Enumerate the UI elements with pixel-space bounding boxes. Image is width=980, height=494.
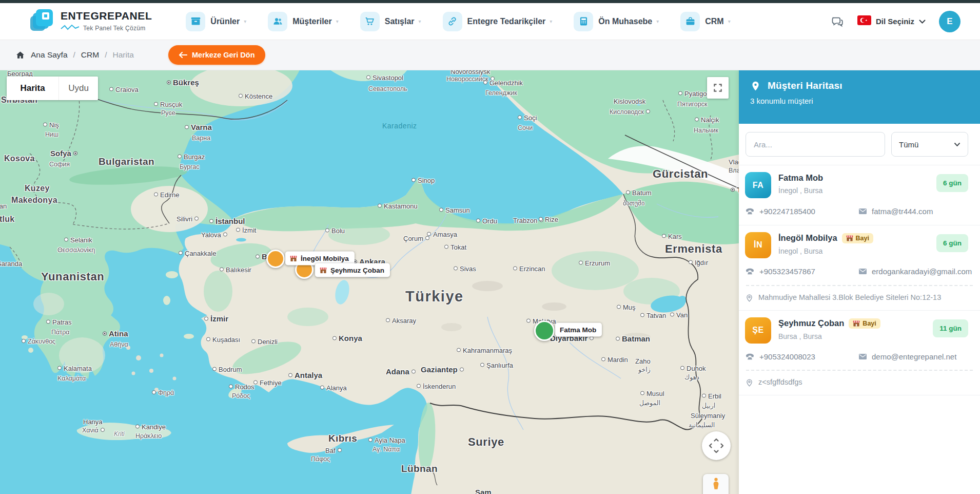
chevron-down-icon: [954, 142, 961, 147]
customer-location: Bursa , Bursa: [778, 332, 880, 340]
customer-list: FA Fatma Mob İnegol , Bursa 6 gün +90224…: [739, 165, 980, 395]
menu-item-label: Entegre Tedarikçiler: [467, 17, 546, 26]
marker-label-text: İnegöl Mobilya: [301, 255, 349, 262]
avatar: ŞE: [745, 317, 771, 344]
chevron-down-icon: ▾: [656, 18, 659, 24]
customer-phone: +902247185400: [745, 206, 858, 217]
marker-label-pill[interactable]: Şeyhmuz Çoban: [315, 263, 390, 277]
marker-label-text: Şeyhmuz Çoban: [330, 267, 384, 274]
customer-card[interactable]: İN İnegöl MobilyaBayi İnegol , Bursa 6 g…: [739, 225, 980, 311]
pegman-icon: [709, 477, 723, 490]
map-marker[interactable]: [534, 320, 555, 341]
sales-icon: [360, 12, 380, 31]
chevron-down-icon: [919, 17, 926, 26]
menu-item-crm[interactable]: CRM ▾: [680, 12, 730, 31]
arrow-left-icon: [179, 52, 187, 58]
customer-phone: +905323457867: [745, 266, 858, 277]
panel-controls: Tümü: [739, 124, 980, 165]
satellite-view-button[interactable]: Uydu: [58, 77, 98, 100]
home-icon[interactable]: [15, 50, 25, 60]
crm-icon: [680, 12, 700, 31]
brand-name: ENTEGREPANEL: [61, 10, 152, 21]
pulse-line-icon: [61, 24, 80, 33]
language-selector[interactable]: Dil Seçiniz: [857, 15, 926, 27]
mail-icon: [858, 266, 868, 276]
filter-select[interactable]: Tümü: [891, 132, 968, 157]
customer-location: İnegol , Bursa: [778, 186, 823, 195]
menu-item-label: CRM: [705, 17, 723, 26]
customers-icon: [268, 12, 287, 31]
days-badge: 6 gün: [936, 234, 968, 252]
mail-icon: [858, 206, 868, 216]
products-icon: [186, 12, 205, 31]
menu-item-suppliers[interactable]: Entegre Tedarikçiler ▾: [443, 12, 553, 31]
customer-name: Şeyhmuz Çoban: [778, 318, 844, 328]
menu-item-products[interactable]: Ürünler ▾: [186, 12, 246, 31]
map-view-button[interactable]: Harita: [7, 77, 58, 100]
bayi-badge: Bayi: [849, 318, 880, 329]
marker-label-text: Fatma Mob: [560, 326, 596, 334]
phone-icon: [745, 267, 755, 276]
bayi-badge: Bayi: [842, 233, 873, 243]
panel-title: Müşteri Haritası: [768, 80, 842, 91]
fullscreen-button[interactable]: [707, 77, 729, 99]
menu-item-accounting[interactable]: Ön Muhasebe ▾: [574, 12, 659, 31]
store-icon: [853, 320, 860, 327]
accounting-icon: [574, 12, 593, 31]
menu-item-sales[interactable]: Satışlar ▾: [360, 12, 421, 31]
customer-map-panel: Müşteri Haritası 3 konumlu müşteri Tümü …: [739, 70, 980, 494]
search-input[interactable]: [746, 132, 885, 157]
chat-icon[interactable]: [831, 15, 844, 28]
filter-value: Tümü: [899, 140, 918, 149]
user-avatar[interactable]: E: [939, 11, 961, 32]
phone-icon: [745, 206, 755, 216]
breadcrumb-bar: Ana Sayfa/CRM/Harita Merkeze Geri Dön: [0, 40, 980, 70]
main-menu: Ürünler ▾ Müşteriler ▾ Satışlar ▾ Entegr…: [186, 12, 730, 31]
pegman-control[interactable]: [703, 474, 729, 494]
customer-email: erdogankaradayi@gmail.com: [858, 266, 974, 277]
days-badge: 6 gün: [936, 174, 968, 192]
turkish-flag-icon: [857, 15, 871, 27]
brand-logo[interactable]: ENTEGREPANEL Tek Panel Tek Çözüm: [29, 7, 152, 36]
store-icon: [290, 255, 297, 262]
breadcrumb-separator: /: [73, 50, 75, 60]
customer-card[interactable]: ŞE Şeyhmuz ÇobanBayi Bursa , Bursa 11 gü…: [739, 311, 980, 396]
breadcrumb-separator: /: [105, 50, 107, 60]
breadcrumb-item[interactable]: CRM: [81, 50, 99, 60]
map-marker[interactable]: [266, 250, 285, 268]
store-icon: [320, 267, 327, 274]
suppliers-icon: [443, 12, 462, 31]
breadcrumb-item[interactable]: Ana Sayfa: [31, 50, 68, 60]
back-button-label: Merkeze Geri Dön: [192, 51, 255, 59]
pin-icon: [745, 378, 754, 387]
back-to-center-button[interactable]: Merkeze Geri Dön: [168, 45, 265, 65]
customer-email: demo@entegrepanel.net: [858, 351, 974, 363]
top-navbar: ENTEGREPANEL Tek Panel Tek Çözüm Ürünler…: [0, 3, 980, 40]
menu-item-label: Ürünler: [210, 17, 240, 26]
days-badge: 11 gün: [933, 319, 968, 337]
map-pin-icon: [750, 81, 761, 91]
chevron-down-icon: ▾: [550, 18, 552, 24]
avatar: İN: [745, 232, 771, 258]
avatar: FA: [745, 172, 771, 198]
pan-control[interactable]: [702, 431, 731, 460]
menu-item-label: Ön Muhasebe: [598, 17, 652, 26]
map-canvas[interactable]: БеоградSırbistanCraiovaBükreşKöstenceRus…: [0, 70, 739, 494]
customer-name: İnegöl Mobilya: [778, 233, 837, 243]
customer-address: Mahmudiye Mahallesi 3.Blok Belediye Site…: [745, 293, 974, 302]
language-label: Dil Seçiniz: [876, 17, 914, 26]
panel-subtitle: 3 konumlu müşteri: [750, 97, 969, 105]
breadcrumb: Ana Sayfa/CRM/Harita: [15, 50, 134, 60]
breadcrumb-item: Harita: [112, 50, 133, 60]
dashed-divider: [746, 285, 973, 286]
chevron-down-icon: ▾: [419, 18, 421, 24]
marker-label-pill[interactable]: Fatma Mob: [555, 323, 602, 337]
phone-icon: [745, 352, 755, 362]
navbar-right: Dil Seçiniz E: [831, 11, 967, 32]
brand-tagline: Tek Panel Tek Çözüm: [83, 25, 146, 32]
customer-location: İnegol , Bursa: [778, 247, 873, 255]
customer-card[interactable]: FA Fatma Mob İnegol , Bursa 6 gün +90224…: [739, 165, 980, 225]
map-type-control: Harita Uydu: [7, 77, 98, 100]
menu-item-label: Satışlar: [385, 17, 415, 26]
menu-item-customers[interactable]: Müşteriler ▾: [268, 12, 339, 31]
